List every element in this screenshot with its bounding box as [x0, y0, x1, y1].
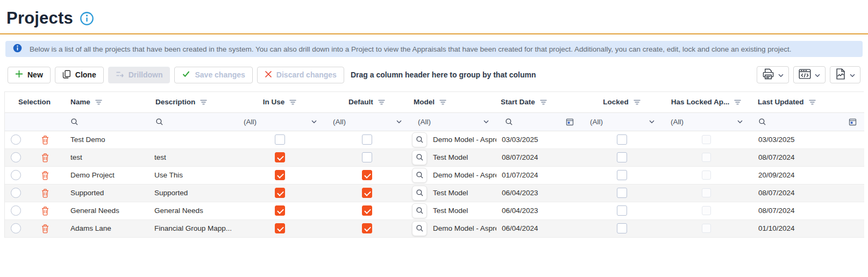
in-use-checkbox[interactable] [275, 134, 285, 145]
export-image-button[interactable] [830, 66, 860, 83]
info-icon[interactable] [80, 11, 94, 26]
column-header-in-use[interactable]: In Use [235, 92, 324, 112]
cell-last-updated[interactable]: 08/07/2024 [750, 184, 864, 202]
cell-start-date[interactable]: 03/03/2025 [496, 131, 581, 148]
row-select-radio[interactable] [11, 134, 21, 145]
cell-start-date[interactable]: 01/07/2024 [496, 166, 581, 184]
delete-row-icon[interactable] [41, 188, 49, 198]
in-use-checkbox[interactable] [275, 223, 285, 233]
name-filter-input[interactable] [64, 112, 149, 131]
delete-row-icon[interactable] [41, 153, 49, 162]
column-header-last-updated[interactable]: Last Updated [750, 92, 864, 112]
column-header-start-date[interactable]: Start Date [496, 92, 581, 112]
last-updated-filter-input[interactable] [750, 112, 864, 131]
model-lookup-button[interactable] [412, 168, 427, 183]
new-button[interactable]: New [8, 67, 51, 83]
toolbar: New Clone Drilldown Save changes Discard… [8, 66, 860, 83]
clone-button[interactable]: Clone [55, 67, 104, 83]
column-header-name[interactable]: Name [64, 92, 149, 112]
delete-row-icon[interactable] [41, 224, 49, 233]
row-select-radio[interactable] [11, 152, 21, 162]
delete-row-icon[interactable] [41, 171, 49, 180]
print-button[interactable] [757, 66, 789, 83]
search-icon [758, 118, 766, 126]
row-select-radio[interactable] [11, 205, 21, 216]
cell-description[interactable]: Supported [149, 184, 235, 202]
locked-filter-select[interactable]: (All) [581, 112, 662, 131]
cell-name[interactable]: Adams Lane [64, 219, 149, 237]
model-lookup-button[interactable] [412, 221, 427, 236]
locked-checkbox[interactable] [617, 170, 627, 180]
locked-checkbox[interactable] [617, 223, 627, 233]
delete-row-icon[interactable] [41, 135, 49, 145]
cell-start-date[interactable]: 08/07/2024 [496, 148, 581, 166]
cell-last-updated[interactable]: 01/10/2024 [750, 219, 864, 237]
in-use-filter-select[interactable]: (All) [235, 112, 324, 131]
has-locked-checkbox [702, 206, 711, 215]
has-locked-checkbox [702, 153, 711, 162]
header-filter-icon [634, 100, 641, 105]
has-locked-filter-select[interactable]: (All) [662, 112, 750, 131]
default-filter-select[interactable]: (All) [324, 112, 409, 131]
cell-description[interactable]: Financial Group Mapp... [149, 219, 235, 237]
row-select-radio[interactable] [11, 170, 21, 180]
cell-start-date[interactable]: 06/04/2023 [496, 184, 581, 202]
cell-name[interactable]: General Needs [64, 202, 149, 219]
in-use-checkbox[interactable] [275, 152, 285, 162]
column-header-selection[interactable]: Selection [5, 92, 64, 112]
model-lookup-button[interactable] [412, 203, 427, 218]
locked-checkbox[interactable] [617, 152, 627, 162]
search-icon [70, 118, 79, 126]
model-lookup-button[interactable] [412, 132, 427, 147]
default-checkbox[interactable] [362, 152, 372, 162]
drilldown-button: Drilldown [108, 67, 170, 83]
cell-description[interactable]: Use This [149, 166, 235, 184]
cell-name[interactable]: Supported [64, 184, 149, 202]
cell-last-updated[interactable]: 03/03/2025 [750, 131, 864, 148]
in-use-checkbox[interactable] [275, 188, 285, 198]
cell-last-updated[interactable]: 20/09/2024 [750, 166, 864, 184]
has-locked-checkbox [702, 171, 711, 180]
cell-start-date[interactable]: 06/04/2024 [496, 219, 581, 237]
default-checkbox[interactable] [362, 170, 372, 180]
default-checkbox[interactable] [362, 188, 372, 198]
cell-model: Demo Model - Asprey [433, 136, 496, 144]
locked-checkbox[interactable] [617, 134, 627, 145]
header-filter-icon [809, 100, 816, 105]
cell-description[interactable]: test [149, 148, 235, 166]
description-filter-input[interactable] [149, 112, 235, 131]
start-date-filter-input[interactable] [496, 112, 581, 131]
page-header: Projects [0, 0, 868, 34]
export-code-button[interactable] [793, 66, 826, 83]
cell-name[interactable]: Demo Project [64, 166, 149, 184]
row-select-radio[interactable] [11, 223, 21, 233]
cell-last-updated[interactable]: 08/07/2024 [750, 202, 864, 219]
column-header-has-locked[interactable]: Has Locked Ap... [662, 92, 750, 112]
column-header-default[interactable]: Default [324, 92, 409, 112]
in-use-checkbox[interactable] [275, 205, 285, 216]
x-icon [265, 70, 272, 80]
default-checkbox[interactable] [362, 205, 372, 216]
search-icon [416, 189, 424, 197]
cell-last-updated[interactable]: 08/07/2024 [750, 148, 864, 166]
column-header-locked[interactable]: Locked [581, 92, 662, 112]
in-use-checkbox[interactable] [275, 170, 285, 180]
cell-description[interactable] [149, 131, 235, 148]
default-checkbox[interactable] [362, 223, 372, 233]
info-banner: Below is a list of all the projects that… [5, 41, 863, 57]
locked-checkbox[interactable] [617, 188, 627, 198]
cell-description[interactable]: General Needs [149, 202, 235, 219]
cell-name[interactable]: test [64, 148, 149, 166]
default-checkbox[interactable] [362, 134, 372, 145]
column-header-description[interactable]: Description [149, 92, 235, 112]
column-header-model[interactable]: Model [409, 92, 496, 112]
row-select-radio[interactable] [11, 188, 21, 198]
has-locked-checkbox [702, 135, 711, 144]
cell-name[interactable]: Test Demo [64, 131, 149, 148]
cell-start-date[interactable]: 06/04/2023 [496, 202, 581, 219]
delete-row-icon[interactable] [41, 206, 49, 216]
model-filter-select[interactable]: (All) [409, 112, 496, 131]
model-lookup-button[interactable] [412, 150, 427, 165]
model-lookup-button[interactable] [412, 186, 427, 201]
locked-checkbox[interactable] [617, 205, 627, 216]
